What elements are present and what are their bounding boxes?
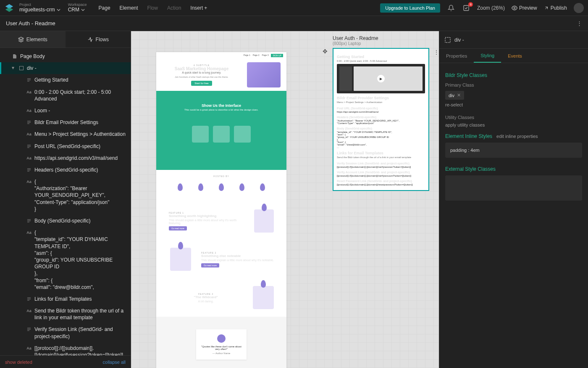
tree-page-body[interactable]: Page Body <box>0 50 131 62</box>
menu-flow[interactable]: Flow <box>147 5 158 11</box>
tree-item[interactable]: Aahttps://api.sendgrid.com/v3/mail/send <box>0 152 131 164</box>
tree-item[interactable]: Aa0:00 - 2:00 Quick start; 2:00 - 5:00 A… <box>0 86 131 105</box>
tree-item[interactable]: Links for Email Templates <box>0 293 131 305</box>
right-panel-tabs: Properties Styling Events <box>439 49 588 63</box>
publish-button[interactable]: Publish <box>544 5 567 11</box>
text-icon: Aa <box>26 89 32 95</box>
notification-badge: 8 <box>468 2 472 7</box>
svg-rect-2 <box>464 5 469 11</box>
move-handle-icon[interactable]: ✥ <box>323 48 328 55</box>
tree-item[interactable]: Aa{ "template_id": "YOUR DYNAMIC TEMPLAT… <box>0 227 131 293</box>
tree-item[interactable]: Headers (SendGrid-specific) <box>0 164 131 176</box>
top-menu: Page Element Flow Action Insert+ <box>99 5 207 11</box>
loom-video-stub: ▶ <box>337 64 425 93</box>
frame-more-icon[interactable]: ⋮ <box>433 49 439 56</box>
workspace-crumb[interactable]: Workspace CRM <box>68 3 87 13</box>
tree-item-label: Headers (SendGrid-specific) <box>34 167 98 173</box>
tab-elements[interactable]: Elements <box>0 31 66 48</box>
tree-item-label: { "template_id": "YOUR DYNAMIC TEMPLATE … <box>34 229 126 291</box>
heading-icon <box>26 143 32 149</box>
heading-icon <box>26 77 32 83</box>
page-title: User Auth - Readme <box>6 20 55 26</box>
label-utility-classes: Utility Classes <box>445 115 582 120</box>
right-panel: div - Properties Styling Events Bildr St… <box>439 31 588 368</box>
tree-item[interactable]: AaMenu > Project Settings > Authenticati… <box>0 128 131 140</box>
apply-utility-link[interactable]: apply utility classes <box>445 122 582 127</box>
section-inline-styles: Element Inline Styles <box>445 133 492 139</box>
text-icon: Aa <box>26 131 32 137</box>
tree-item[interactable]: Bildr Email Provider Settings <box>0 116 131 128</box>
primary-class-chip[interactable]: div ✕ <box>445 91 464 100</box>
preview-quote-section: "Quotes like these don't come about very… <box>156 317 286 368</box>
project-crumb[interactable]: Project migueltests-crm <box>19 3 60 13</box>
tab-flows[interactable]: Flows <box>66 31 131 48</box>
text-icon: Aa <box>26 179 32 185</box>
user-avatar[interactable] <box>574 3 584 13</box>
text-icon: Aa <box>26 108 32 114</box>
zoom-display[interactable]: Zoom (26%) <box>477 5 505 11</box>
show-deleted-link[interactable]: show deleted <box>5 360 32 365</box>
section-style-classes: Bildr Style Classes <box>445 72 582 78</box>
tree-item-label: Verify Session Link (SendGrid- and proje… <box>34 326 126 339</box>
preview-feature-2: FEATURE 2 Something else noteable This s… <box>156 240 286 278</box>
eye-icon <box>512 5 517 11</box>
app-logo-icon[interactable] <box>4 3 14 13</box>
tree-item[interactable]: Body (SendGrid-specific) <box>0 215 131 227</box>
close-icon[interactable]: ✕ <box>457 93 461 98</box>
box-icon <box>18 65 24 71</box>
text-icon: Aa <box>26 345 32 351</box>
tree-item[interactable]: Getting Started <box>0 74 131 86</box>
top-right-controls: Upgrade to Launch Plan 8 Zoom (26%) Prev… <box>380 3 584 13</box>
left-panel: Elements Flows Page Body ▾ div - Getting… <box>0 31 131 368</box>
preview-hosted-section: HOSTED BY <box>156 170 286 202</box>
tab-events[interactable]: Events <box>501 49 529 63</box>
section-external-classes: External Style Classes <box>445 166 582 172</box>
tree-item-label: 0:00 - 2:00 Quick start; 2:00 - 5:00 Adv… <box>34 89 126 102</box>
tree-item-label: Bildr Email Provider Settings <box>34 119 98 126</box>
tree-item-label: Body (SendGrid-specific) <box>34 217 90 224</box>
tree-item[interactable]: Aa{ "Authorization": "Bearer YOUR_SENDGR… <box>0 176 131 215</box>
hero-illustration <box>247 62 281 87</box>
element-tree[interactable]: Page Body ▾ div - Getting StartedAa0:00 … <box>0 48 131 355</box>
tree-div-selected[interactable]: ▾ div - <box>0 62 131 74</box>
styling-body: Bildr Style Classes Primary Class div ✕ … <box>439 63 588 207</box>
menu-element[interactable]: Element <box>120 5 138 11</box>
flow-icon <box>87 37 93 42</box>
svg-rect-33 <box>445 37 450 42</box>
tree-item[interactable]: AaSend the Bildr token through the url o… <box>0 305 131 323</box>
tab-styling[interactable]: Styling <box>474 49 501 63</box>
bell-icon[interactable] <box>447 4 455 12</box>
reselect-link[interactable]: re-select <box>445 102 582 107</box>
preview-frame-readme[interactable]: Getting Started 0:00 - 2:00 Quick start;… <box>333 48 429 191</box>
tree-item-label: https://api.sendgrid.com/v3/mail/send <box>34 155 118 161</box>
box-dashed-icon <box>444 37 451 43</box>
menu-insert[interactable]: Insert+ <box>190 5 207 11</box>
svg-marker-1 <box>5 7 13 12</box>
tree-item[interactable]: AaLoom - <box>0 105 131 116</box>
top-bar: Project migueltests-crm Workspace CRM Pa… <box>0 0 588 16</box>
upgrade-button[interactable]: Upgrade to Launch Plan <box>380 3 440 13</box>
svg-point-3 <box>514 7 515 9</box>
tab-properties[interactable]: Properties <box>439 49 474 63</box>
frame-label: User Auth - Readme (800px) Laptop <box>333 35 378 46</box>
edit-inline-link[interactable]: edit inline properties <box>496 134 538 139</box>
checklist-icon[interactable]: 8 <box>462 4 470 12</box>
preview-frame-marketing[interactable]: Page 1 Page 2 Page 3 SIGN UP A SUBTITLE … <box>156 52 286 368</box>
more-vertical-icon[interactable]: ⋮ <box>577 20 582 26</box>
inline-style-block[interactable]: padding : 4em <box>445 143 582 158</box>
heading-icon <box>26 119 32 125</box>
preview-hero: A SUBTITLE SaaS Marketing Homepage A qui… <box>156 59 286 91</box>
collapse-all-link[interactable]: collapse all <box>103 360 126 365</box>
external-classes-block[interactable] <box>445 175 582 201</box>
tree-item[interactable]: Post URL (SendGrid-specific) <box>0 140 131 152</box>
menu-action[interactable]: Action <box>167 5 181 11</box>
menu-page[interactable]: Page <box>99 5 110 11</box>
label-primary-class: Primary Class <box>445 82 582 87</box>
tree-item[interactable]: Verify Session Link (SendGrid- and proje… <box>0 323 131 342</box>
caret-down-icon: ▾ <box>12 65 16 71</box>
tree-item[interactable]: Aa[[protocol]]://[[subdomain]].[[domain]… <box>0 342 131 355</box>
preview-button[interactable]: Preview <box>512 5 537 11</box>
canvas[interactable]: User Auth - Readme (800px) Laptop ✥ ⋮ Pa… <box>131 31 439 368</box>
tree-item-label: Post URL (SendGrid-specific) <box>34 143 100 150</box>
page-icon <box>12 53 18 59</box>
